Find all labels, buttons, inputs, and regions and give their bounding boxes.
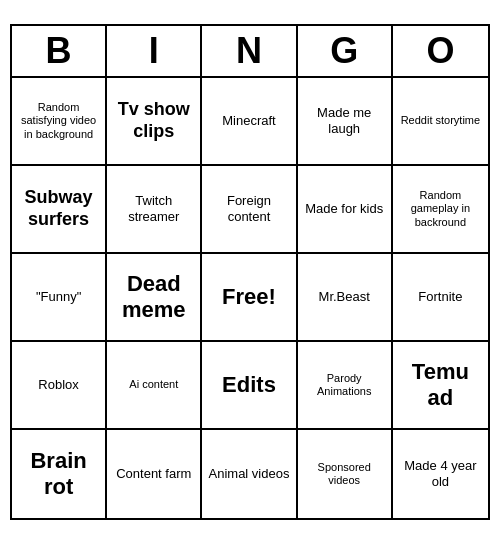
bingo-cell-22[interactable]: Animal videos [202, 430, 297, 518]
bingo-cell-20[interactable]: Brain rot [12, 430, 107, 518]
bingo-cell-9[interactable]: Random gameplay in backround [393, 166, 488, 254]
bingo-cell-24[interactable]: Made 4 year old [393, 430, 488, 518]
bingo-cell-18[interactable]: Parody Animations [298, 342, 393, 430]
bingo-cell-11[interactable]: Dead meme [107, 254, 202, 342]
header-letter-g: G [298, 26, 393, 76]
bingo-cell-3[interactable]: Made me laugh [298, 78, 393, 166]
bingo-cell-15[interactable]: Roblox [12, 342, 107, 430]
bingo-cell-23[interactable]: Sponsored videos [298, 430, 393, 518]
bingo-cell-5[interactable]: Subway surfers [12, 166, 107, 254]
bingo-cell-19[interactable]: Temu ad [393, 342, 488, 430]
header-letter-o: O [393, 26, 488, 76]
bingo-card: BINGO Random satisfying video in backgro… [10, 24, 490, 520]
bingo-cell-6[interactable]: Twitch streamer [107, 166, 202, 254]
bingo-cell-7[interactable]: Foreign content [202, 166, 297, 254]
header-letter-b: B [12, 26, 107, 76]
bingo-grid: Random satisfying video in backgroundTv … [12, 78, 488, 518]
header-letter-n: N [202, 26, 297, 76]
header-letter-i: I [107, 26, 202, 76]
bingo-cell-2[interactable]: Minecraft [202, 78, 297, 166]
bingo-cell-12[interactable]: Free! [202, 254, 297, 342]
bingo-cell-10[interactable]: "Funny" [12, 254, 107, 342]
bingo-cell-14[interactable]: Fortnite [393, 254, 488, 342]
bingo-cell-1[interactable]: Tv show clips [107, 78, 202, 166]
bingo-cell-17[interactable]: Edits [202, 342, 297, 430]
bingo-header: BINGO [12, 26, 488, 78]
bingo-cell-8[interactable]: Made for kids [298, 166, 393, 254]
bingo-cell-13[interactable]: Mr.Beast [298, 254, 393, 342]
bingo-cell-16[interactable]: Ai content [107, 342, 202, 430]
bingo-cell-21[interactable]: Content farm [107, 430, 202, 518]
bingo-cell-4[interactable]: Reddit storytime [393, 78, 488, 166]
bingo-cell-0[interactable]: Random satisfying video in background [12, 78, 107, 166]
